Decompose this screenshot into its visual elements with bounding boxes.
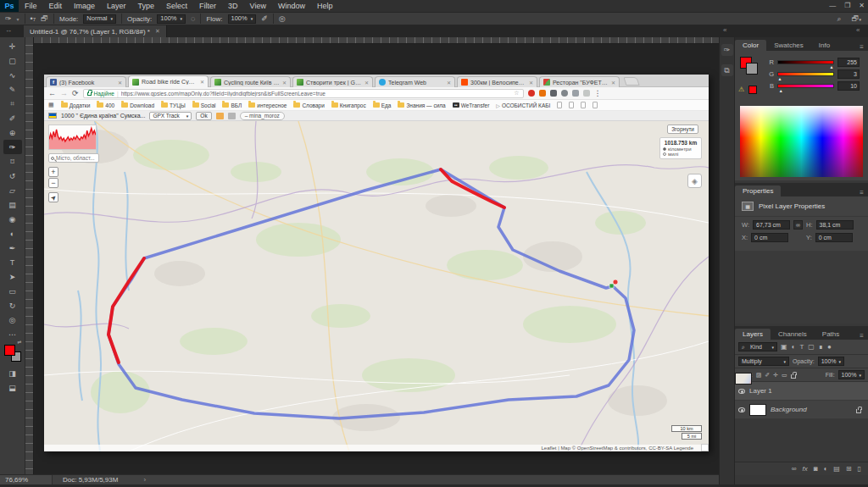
filter-kind-select[interactable]: ⌕Kind▾ [738,342,777,351]
reload-icon[interactable]: ⟳ [72,90,79,97]
map-search-input[interactable] [56,155,95,161]
filter-icon-3[interactable]: ▢ [808,343,815,351]
tab-paths[interactable]: Paths [815,329,847,340]
layers-foot-icon-3[interactable]: ◐ [823,465,827,473]
lasso-tool[interactable]: ∿ [3,68,22,82]
layer-thumbnail[interactable] [749,404,766,416]
document-close-icon[interactable]: ✕ [155,28,160,35]
brush-panel-toggle-icon[interactable]: 🗗 [41,14,48,23]
tab-channels[interactable]: Channels [771,329,815,340]
brush-tool[interactable]: ✑ [3,140,22,154]
tab-close-icon[interactable]: ✕ [364,80,369,86]
browser-menu-icon[interactable]: ⋮ [594,90,602,97]
close-button[interactable]: ✕ [859,0,865,12]
track-type-select[interactable]: GPX Track▾ [149,112,192,120]
bookmark-item-7[interactable]: Словари [293,102,324,108]
lock-icon-0[interactable]: ▨ [756,372,762,379]
print-icon[interactable] [228,113,236,119]
x-field[interactable]: 0 cm [751,233,788,242]
foreground-color-swatch[interactable] [4,345,15,356]
address-bar[interactable]: Надійне | https://www.gpsies.com/mapOnly… [83,89,524,98]
extension-icon-2[interactable] [539,90,546,97]
layer-lock-icon[interactable] [856,409,861,413]
panel-arrange-icon[interactable]: ↔ [5,26,12,34]
layer-row-background[interactable]: Background [735,401,868,419]
filter-icon-4[interactable]: ∎ [819,343,823,351]
map-layers-button[interactable]: ◈ [687,174,702,188]
panel-menu-icon[interactable]: ≡ [860,189,864,196]
extension-icon-6[interactable] [583,90,590,97]
tab-close-icon[interactable]: ✕ [529,80,533,86]
bookmark-item-6[interactable]: интересное [248,102,287,108]
panel-menu-icon[interactable]: ≡ [860,332,864,340]
document-tab[interactable]: Untitled-1 @ 76,7% (Layer 1, RGB/8#) * ✕ [24,25,167,37]
menu-image[interactable]: Image [68,0,101,12]
browser-tab-2[interactable]: Cycling route Київ | 400✕ [210,76,291,87]
track-name[interactable]: 1000 " Єдина країна" Сумска... [61,113,145,119]
adblock-extension-icon[interactable] [528,90,535,97]
bookmark-item-5[interactable]: ВБЛ [222,102,242,108]
back-icon[interactable]: ← [48,90,56,97]
bookmark-item-4[interactable]: Social [192,102,216,108]
lock-icon-2[interactable]: ✛ [773,372,778,379]
bookmark-page-icon[interactable] [581,102,586,108]
forward-icon[interactable]: → [60,90,68,97]
filter-icon-1[interactable]: ◐ [792,343,796,351]
bookmark-item-11[interactable]: ••WeTransfer [453,102,490,108]
new-tab-button[interactable] [623,77,639,86]
layers-foot-icon-4[interactable]: ▤ [833,465,840,473]
tab-close-icon[interactable]: ✕ [200,79,204,85]
download-icon[interactable] [216,113,224,119]
panel-menu-icon[interactable]: ≡ [860,43,864,51]
extension-icon-5[interactable] [572,90,579,97]
mode-select[interactable]: Normal▾ [83,14,116,24]
map-search-box[interactable] [48,153,99,163]
browser-tab-4[interactable]: Telegram Web✕ [375,76,455,87]
browser-tab-3[interactable]: Створити трек | GPSies✕ [292,76,373,87]
bookmark-item-3[interactable]: ТУЦЫ [161,102,186,108]
brush-tool-icon[interactable]: ✑ [5,14,12,23]
brush-preset-icon[interactable]: •7 [31,14,36,23]
tab-close-icon[interactable]: ✕ [611,80,615,86]
blend-mode-select[interactable]: Multiply▾ [738,357,789,366]
red-slider[interactable]: R ▲ 255 [767,58,860,67]
gamut-swatch[interactable] [748,86,757,94]
locate-button[interactable]: ➤ [48,192,58,202]
y-field[interactable]: 0 cm [815,233,853,242]
minimize-button[interactable]: — [829,0,836,12]
dodge-tool[interactable]: ◐ [3,226,22,241]
map-view[interactable]: + − ➤ Згорнути 1018.753 km кілометри мил… [44,121,709,451]
workspace-icon[interactable]: 🗗▾ [851,14,861,24]
menu-3d[interactable]: 3D [222,0,244,12]
zoom-out-button[interactable]: − [48,178,58,188]
pen-tool[interactable]: ✒ [3,241,22,255]
restore-button[interactable]: ❐ [844,0,850,12]
menu-filter[interactable]: Filter [193,0,222,12]
menu-window[interactable]: Window [272,0,311,12]
filter-icon-0[interactable]: ▣ [781,343,787,351]
unit-option-mi[interactable]: милі [663,152,698,157]
status-zoom-field[interactable]: 76,69% [0,475,53,485]
layers-foot-icon-6[interactable]: ▯ [858,465,861,473]
bookmark-page-icon[interactable] [557,102,562,108]
zoom-tool[interactable]: ◎ [3,313,22,327]
bookmark-star-icon[interactable]: ☆ [514,90,519,97]
browser-tab-6[interactable]: Ресторан "БУФЕТ" - Ки✕ [539,76,620,87]
crop-tool[interactable]: ⌗ [3,97,22,111]
pressure-opacity-icon[interactable]: ◌ [191,14,195,23]
eraser-tool[interactable]: ▱ [3,183,22,197]
lock-all-icon[interactable] [791,374,796,379]
attribution-toggle[interactable] [701,444,709,451]
move-tool[interactable]: ✛ [3,39,22,53]
tab-properties[interactable]: Properties [735,185,781,196]
panel-background-swatch[interactable] [746,63,758,75]
bookmark-item-2[interactable]: Download [121,102,154,108]
screen-mode-icon[interactable]: ⬓ [3,380,22,395]
layers-foot-icon-1[interactable]: fx [802,465,807,473]
bookmark-item-1[interactable]: 400 [97,102,114,108]
tab-info[interactable]: Info [811,40,837,51]
swap-colors-icon[interactable]: ⇄ [17,339,21,345]
bookmark-item-9[interactable]: Еда [373,102,392,108]
bookmark-page-icon[interactable] [569,102,574,108]
extension-icon-3[interactable] [550,90,557,97]
